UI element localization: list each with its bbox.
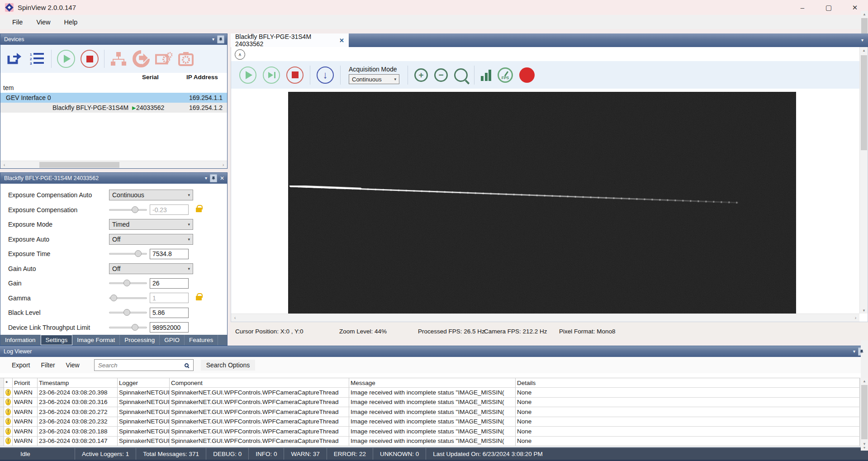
menu-file[interactable]: File — [5, 19, 29, 26]
maximize-button[interactable]: ▢ — [816, 0, 842, 15]
search-icon[interactable] — [185, 363, 189, 367]
save-image-button[interactable]: ↓ — [317, 67, 334, 84]
col-logger[interactable]: Logger — [118, 378, 170, 387]
refresh-devices-icon[interactable] — [6, 51, 23, 67]
col-component[interactable]: Component — [170, 378, 349, 387]
settings-tab-bar: Information Settings Image Format Proces… — [0, 335, 227, 345]
col-priority[interactable]: Priorit — [13, 378, 38, 387]
spinview-window: SpinView 2.0.0.147 – ▢ ✕ File View Help … — [0, 0, 868, 461]
scroll-left-icon[interactable]: ‹ — [0, 161, 8, 168]
devices-horizontal-scrollbar[interactable]: ‹ › — [0, 161, 227, 168]
stop-stream-button[interactable] — [286, 67, 304, 84]
scroll-down-icon[interactable]: ▾ — [860, 307, 868, 314]
camera-panel-close-icon[interactable]: ✕ — [220, 176, 224, 181]
network-topology-icon[interactable] — [110, 51, 127, 67]
log-row[interactable]: ! WARN 23-06-2024 03:08:20.398 Spinnaker… — [0, 388, 860, 398]
devices-menu-chevron-icon[interactable]: ▾ — [212, 37, 214, 42]
fps-gauge-button[interactable]: FPS — [498, 67, 513, 83]
tab-features[interactable]: Features — [185, 335, 218, 345]
log-row[interactable]: ! WARN 23-06-2024 03:08:20.232 Spinnaker… — [0, 417, 860, 427]
log-menu-filter[interactable]: Filter — [41, 361, 55, 369]
device-link-throughput-input[interactable] — [150, 322, 189, 333]
tabstrip-chevron-icon[interactable]: ▾ — [861, 38, 863, 43]
tree-item-gev-interface[interactable]: GEV Interface 0 169.254.1.1 — [0, 93, 227, 103]
start-acquisition-icon[interactable] — [57, 50, 75, 68]
menu-view[interactable]: View — [29, 19, 57, 26]
scrollbar-thumb[interactable] — [39, 162, 119, 168]
stream-tab[interactable]: Blackfly BFLY-PGE-31S4M 24033562 ✕ — [231, 33, 349, 47]
black-level-input[interactable] — [150, 308, 189, 318]
scroll-up-icon[interactable]: ▴ — [860, 47, 868, 53]
log-vertical-scrollbar[interactable]: ▴ ▾ — [860, 378, 868, 447]
scroll-right-icon[interactable]: › — [852, 314, 859, 321]
log-row[interactable]: ! WARN 23-06-2024 03:08:20.272 Spinnaker… — [0, 407, 860, 417]
zoom-fit-button[interactable] — [454, 68, 468, 82]
log-menu-chevron-icon[interactable]: ▾ — [853, 349, 855, 354]
camera-menu-chevron-icon[interactable]: ▾ — [205, 176, 207, 181]
acquisition-mode-select[interactable]: Continuous ▾ — [349, 74, 399, 84]
camera-pin-icon[interactable] — [210, 174, 217, 182]
device-link-throughput-slider[interactable] — [109, 324, 147, 331]
record-button[interactable] — [519, 67, 535, 83]
tab-information[interactable]: Information — [0, 335, 41, 345]
log-row[interactable]: ! WARN 23-06-2024 03:08:20.147 Spinnaker… — [0, 437, 860, 447]
exposure-auto-select[interactable]: Off ▾ — [109, 234, 193, 245]
scroll-left-icon[interactable]: ‹ — [231, 314, 239, 321]
scrollbar-thumb[interactable] — [861, 385, 868, 439]
black-level-slider[interactable] — [109, 309, 147, 316]
exposure-compensation-input[interactable] — [150, 204, 189, 215]
devices-pin-icon[interactable] — [217, 35, 224, 43]
col-star[interactable]: * — [4, 378, 13, 387]
gain-input[interactable] — [150, 278, 189, 289]
scrollbar-thumb[interactable] — [861, 55, 867, 150]
viewer-horizontal-scrollbar[interactable]: ‹ › — [231, 314, 859, 322]
col-message[interactable]: Message — [349, 378, 516, 387]
exposure-time-slider[interactable] — [109, 250, 147, 257]
collapse-toolbar-button[interactable]: ∧ — [235, 49, 245, 60]
histogram-button[interactable] — [481, 69, 491, 81]
gain-slider[interactable] — [109, 280, 147, 287]
camera-image[interactable] — [288, 92, 796, 316]
tab-image-format[interactable]: Image Format — [72, 335, 120, 345]
col-details[interactable]: Details — [516, 378, 860, 387]
scroll-up-icon[interactable]: ▴ — [861, 11, 868, 17]
gamma-input[interactable] — [150, 293, 189, 303]
log-row[interactable]: ! WARN 23-06-2024 03:08:20.188 Spinnaker… — [0, 427, 860, 437]
search-options-button[interactable]: Search Options — [201, 360, 256, 371]
zoom-out-button[interactable]: − — [434, 68, 448, 82]
tab-settings[interactable]: Settings — [41, 335, 73, 345]
camera-settings-icon[interactable] — [155, 51, 172, 67]
minimize-button[interactable]: – — [789, 0, 816, 15]
stream-tab-close-icon[interactable]: ✕ — [339, 37, 344, 44]
camera-capture-icon[interactable] — [178, 51, 195, 67]
scroll-right-icon[interactable]: › — [219, 161, 227, 168]
force-ip-icon[interactable] — [133, 51, 150, 67]
col-timestamp[interactable]: Timestamp — [38, 378, 118, 387]
log-search-input[interactable] — [98, 362, 185, 369]
scroll-up-icon[interactable]: ▴ — [860, 378, 868, 384]
tree-item-blackfly-camera[interactable]: Blackfly BFLY-PGE-31S4M ▶ 24033562 169.2… — [0, 103, 227, 113]
device-list-icon[interactable]: 123 — [28, 51, 46, 67]
zoom-in-button[interactable]: + — [414, 68, 428, 82]
menu-help[interactable]: Help — [57, 19, 85, 26]
stop-acquisition-icon[interactable] — [81, 50, 99, 68]
log-menu-export[interactable]: Export — [12, 361, 30, 369]
viewer-vertical-scrollbar[interactable]: ▴ ▾ — [859, 47, 868, 314]
status-last-updated: Last Updated On: 6/23/2024 3:08:20 PM — [426, 448, 549, 460]
setting-label: Exposure Compensation — [8, 206, 109, 214]
devices-panel-header: Devices ▾ — [0, 34, 227, 45]
play-single-frame-button[interactable] — [263, 67, 280, 84]
gain-auto-select[interactable]: Off ▾ — [109, 263, 193, 274]
scroll-down-icon[interactable]: ▾ — [860, 441, 868, 447]
exposure-time-input[interactable] — [150, 249, 189, 259]
exposure-mode-select[interactable]: Timed ▾ — [109, 219, 193, 230]
play-stream-button[interactable] — [239, 67, 256, 84]
exposure-compensation-slider[interactable] — [109, 206, 147, 214]
exposure-compensation-auto-select[interactable]: Continuous ▾ — [109, 190, 193, 200]
tree-item-system[interactable]: tem — [0, 83, 227, 93]
log-menu-view[interactable]: View — [66, 361, 80, 369]
log-row[interactable]: ! WARN 23-06-2024 03:08:20.316 Spinnaker… — [0, 398, 860, 408]
tab-processing[interactable]: Processing — [120, 335, 160, 345]
tab-gpio[interactable]: GPIO — [160, 335, 185, 345]
gamma-slider[interactable] — [109, 295, 147, 302]
